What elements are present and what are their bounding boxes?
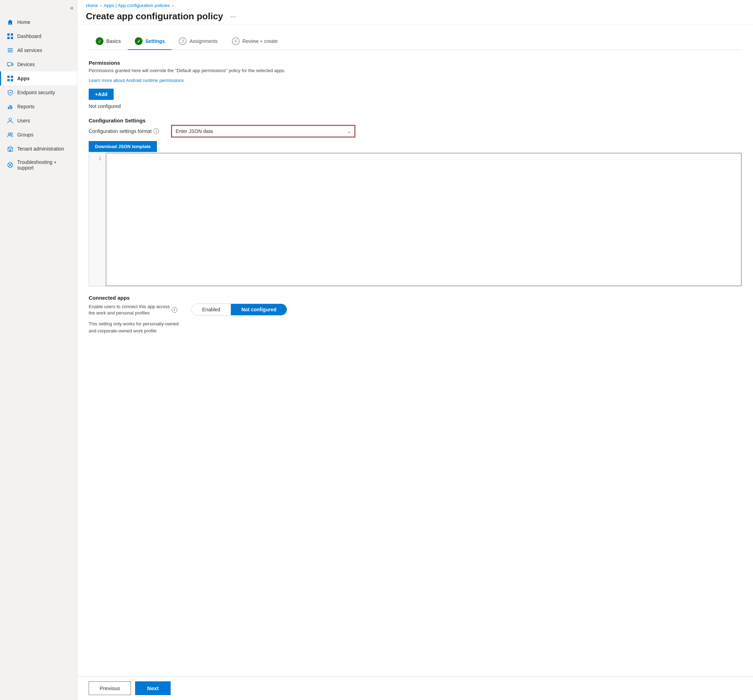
review-num: 4 — [232, 37, 240, 45]
connected-apps-label-group: Enable users to connect this app across … — [89, 304, 177, 320]
sidebar-item-endpoint-security[interactable]: Endpoint security — [0, 86, 77, 100]
configuration-settings-section: Configuration Settings Configuration set… — [89, 117, 742, 286]
config-format-info-icon[interactable]: i — [153, 128, 159, 134]
config-settings-title: Configuration Settings — [89, 117, 742, 123]
tab-assignments-label: Assignments — [189, 38, 217, 44]
tab-settings-label: Settings — [145, 38, 165, 44]
connected-apps-section: Connected apps Enable users to connect t… — [89, 295, 742, 334]
permissions-learn-more-link[interactable]: Learn more about Android runtime permiss… — [89, 78, 184, 83]
connected-apps-sub-desc: This setting only works for personally-o… — [89, 320, 187, 334]
sidebar-item-tenant-administration[interactable]: Tenant administration — [0, 142, 77, 156]
all-services-icon — [7, 47, 14, 54]
more-options-button[interactable]: ··· — [227, 12, 239, 21]
sidebar-item-label: Endpoint security — [17, 90, 55, 95]
apps-icon — [7, 75, 14, 82]
shield-icon — [7, 89, 14, 96]
toggle-enabled-option[interactable]: Enabled — [192, 304, 231, 315]
tab-settings[interactable]: ✓ Settings — [128, 34, 172, 50]
page-title-row: Create app configuration policy ··· — [86, 11, 745, 22]
tenant-icon — [7, 145, 14, 152]
breadcrumb: Home › Apps | App configuration policies… — [86, 3, 745, 8]
sidebar-item-groups[interactable]: Groups — [0, 128, 77, 142]
permissions-not-configured: Not configured — [89, 103, 742, 109]
json-editor-textarea[interactable] — [106, 153, 741, 286]
svg-point-18 — [9, 118, 11, 121]
main-content: Home › Apps | App configuration policies… — [77, 0, 753, 700]
breadcrumb-sep1: › — [100, 3, 102, 8]
svg-rect-0 — [8, 33, 9, 36]
sidebar-item-troubleshooting-support[interactable]: Troubleshooting + support — [0, 156, 77, 174]
svg-rect-13 — [8, 79, 9, 81]
toggle-not-configured-option[interactable]: Not configured — [231, 304, 287, 315]
breadcrumb-sep2: › — [172, 3, 173, 8]
svg-point-20 — [11, 133, 12, 135]
topbar: Home › Apps | App configuration policies… — [77, 0, 753, 25]
svg-rect-11 — [8, 76, 9, 78]
sidebar-item-all-services[interactable]: All services — [0, 43, 77, 57]
sidebar-item-devices[interactable]: Devices — [0, 57, 77, 72]
sidebar-item-users[interactable]: Users — [0, 114, 77, 128]
assignments-num: 3 — [179, 37, 186, 45]
sidebar-item-label: All services — [17, 47, 42, 53]
sidebar-item-label: Apps — [17, 76, 30, 81]
reports-icon — [7, 103, 14, 110]
sidebar-collapse-btn[interactable]: « — [0, 3, 77, 15]
svg-rect-15 — [8, 107, 9, 109]
permissions-title: Permissions — [89, 60, 742, 66]
sidebar-item-label: Devices — [17, 62, 35, 67]
sidebar-item-apps[interactable]: Apps — [0, 72, 77, 86]
sidebar-item-label: Troubleshooting + support — [17, 159, 72, 171]
users-icon — [7, 117, 14, 124]
sidebar-item-label: Tenant administration — [17, 146, 64, 151]
add-permissions-button[interactable]: +Add — [89, 89, 114, 100]
wizard-tabs: ✓ Basics ✓ Settings 3 Assignments 4 Revi… — [89, 33, 742, 50]
permissions-section: Permissions Permissions granted here wil… — [89, 60, 742, 109]
svg-rect-22 — [9, 150, 11, 151]
svg-rect-12 — [11, 76, 13, 78]
basics-check-icon: ✓ — [96, 37, 103, 45]
config-format-label: Configuration settings format i — [89, 128, 166, 134]
tab-review-label: Review + create — [242, 38, 278, 44]
breadcrumb-apps[interactable]: Apps | App configuration policies — [104, 3, 170, 8]
bottom-navigation: Previous Next — [77, 676, 753, 700]
content-area: ✓ Basics ✓ Settings 3 Assignments 4 Revi… — [77, 25, 753, 676]
devices-icon — [7, 61, 14, 68]
tab-assignments[interactable]: 3 Assignments — [172, 34, 225, 50]
groups-icon — [7, 131, 14, 138]
connected-apps-title: Connected apps — [89, 295, 742, 301]
tab-review-create[interactable]: 4 Review + create — [225, 34, 285, 50]
settings-check-icon: ✓ — [135, 37, 142, 45]
svg-rect-14 — [11, 79, 13, 81]
connected-apps-toggle: Enabled Not configured — [191, 304, 287, 315]
connected-apps-info-icon[interactable]: i — [172, 307, 177, 313]
previous-button[interactable]: Previous — [89, 681, 131, 695]
sidebar-item-reports[interactable]: Reports — [0, 100, 77, 114]
breadcrumb-home[interactable]: Home — [86, 3, 98, 8]
download-json-template-button[interactable]: Download JSON template — [89, 141, 157, 152]
sidebar-item-home[interactable]: Home — [0, 15, 77, 29]
svg-rect-17 — [11, 106, 12, 109]
sidebar: « Home Dashboard All services Devices Ap… — [0, 0, 77, 700]
json-editor-area: 1 — [89, 153, 742, 286]
config-format-dropdown[interactable]: Use configuration designer Enter JSON da… — [172, 126, 355, 137]
sidebar-item-label: Dashboard — [17, 33, 42, 39]
tab-basics[interactable]: ✓ Basics — [89, 34, 128, 50]
svg-point-19 — [8, 133, 10, 135]
editor-line-numbers: 1 — [89, 153, 106, 286]
svg-rect-16 — [9, 105, 11, 109]
connected-apps-description: Enable users to connect this app across … — [89, 304, 177, 316]
sidebar-item-label: Reports — [17, 104, 34, 109]
editor-topbar: Download JSON template — [89, 141, 742, 152]
config-format-dropdown-wrapper: Use configuration designer Enter JSON da… — [172, 126, 355, 137]
svg-rect-7 — [8, 62, 12, 66]
sidebar-item-label: Home — [17, 19, 30, 25]
sidebar-item-label: Users — [17, 118, 30, 123]
sidebar-item-dashboard[interactable]: Dashboard — [0, 29, 77, 43]
svg-rect-2 — [8, 37, 9, 39]
collapse-icon[interactable]: « — [70, 4, 73, 12]
svg-rect-8 — [12, 63, 13, 65]
permissions-description: Permissions granted here will override t… — [89, 68, 742, 73]
config-format-row: Configuration settings format i Use conf… — [89, 126, 742, 137]
tab-basics-label: Basics — [106, 38, 121, 44]
next-button[interactable]: Next — [135, 681, 171, 695]
